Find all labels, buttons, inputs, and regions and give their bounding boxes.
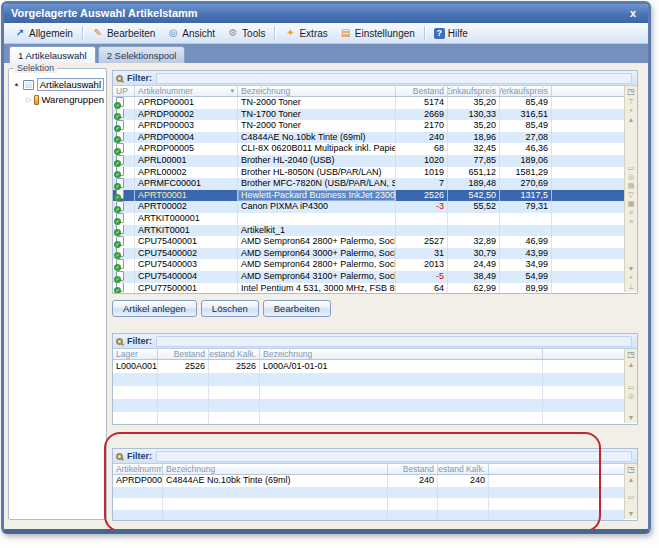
cell-bestand: 1020	[396, 155, 448, 167]
title-bar[interactable]: Vorgelagerte Auswahl Artikelstamm x	[4, 4, 648, 23]
nav-icon[interactable]: ▲	[628, 115, 635, 124]
column-chooser-icon[interactable]: ◳	[627, 87, 635, 97]
nav-icon[interactable]: ▦	[628, 199, 635, 208]
table-row[interactable]	[113, 386, 624, 399]
nav-icon[interactable]: ⊤	[628, 97, 634, 106]
loeschen-button[interactable]: Löschen	[201, 300, 259, 317]
nav-icon[interactable]: ◎	[628, 172, 634, 181]
menu-item-tools[interactable]: ⚙ Tools	[221, 25, 271, 41]
table-row[interactable]: APRDP00002TN-1700 Toner2669130,33316,51	[113, 109, 624, 121]
menu-item-ansicht[interactable]: ◎ Ansicht	[161, 25, 221, 41]
table-row[interactable]: CPU75400001AMD Sempron64 2800+ Palermo, …	[113, 236, 624, 248]
grid-side-scrollbar[interactable]: ◳ ⊤+▲▭◎▤▽▦≡≡▼+⊥	[624, 86, 637, 292]
menu-item-bearbeiten[interactable]: ✎ Bearbeiten	[86, 25, 161, 41]
nav-icon[interactable]: ▲	[628, 475, 635, 484]
column-header-bestand[interactable]: Bestand	[396, 86, 448, 96]
nav-icon[interactable]: ▭	[628, 163, 635, 172]
tree-item-warengruppen[interactable]: ▷ Warengruppen	[13, 92, 104, 107]
nav-icon[interactable]: ▼	[628, 413, 635, 422]
filter-magnifier-icon[interactable]	[116, 75, 123, 82]
nav-icon[interactable]: ▤	[628, 181, 635, 190]
grid-side-scrollbar[interactable]: ◳ ▲▭◎▼	[624, 349, 637, 423]
column-header-bez[interactable]: Bezeichnung	[238, 86, 396, 96]
column-chooser-icon[interactable]: ◳	[627, 350, 635, 360]
column-header-bestand[interactable]: Bestand	[388, 464, 438, 474]
table-row[interactable]: APRL00002Brother HL-8050N (USB/PAR/LAN)1…	[113, 167, 624, 179]
filter-label: Filter:	[127, 336, 152, 346]
nav-icon[interactable]: ▭	[628, 382, 635, 391]
expander-closed-icon[interactable]: ▷	[26, 96, 31, 104]
column-header-bez[interactable]: Bezeichnung	[260, 349, 543, 359]
table-row[interactable]: APRDP00005CLI-8X 0620B011 Multipack inkl…	[113, 143, 624, 155]
tree-item-artikelauswahl[interactable]: ▼ Artikelauswahl	[13, 77, 104, 92]
nav-icon[interactable]: ▭	[628, 492, 635, 501]
cell-vk: 1581,29	[500, 167, 552, 179]
filter-magnifier-icon[interactable]	[116, 453, 123, 460]
column-header-up[interactable]: UP	[113, 86, 135, 96]
tab-selektionspool[interactable]: 2 Selektionspool	[98, 46, 186, 63]
cell-artnr: CPU75400002	[135, 248, 238, 260]
table-row[interactable]: APRL00001Brother HL-2040 (USB)102077,851…	[113, 155, 624, 167]
table-row[interactable]: CPU75400003AMD Sempron64 2800+ Palermo, …	[113, 259, 624, 271]
tab-artikelauswahl[interactable]: 1 Artikelauswahl	[9, 46, 96, 63]
nav-icon[interactable]: ▲	[628, 360, 635, 369]
table-row[interactable]: APRT00002Canon PIXMA iP4300-355,5279,31	[113, 201, 624, 213]
column-header-lager[interactable]: Lager	[113, 349, 158, 359]
nav-icon[interactable]: ▽	[628, 190, 633, 199]
column-header-bez[interactable]: Bezeichnung	[163, 464, 388, 474]
column-header-bkalk[interactable]: Bestand Kalk.	[438, 464, 489, 474]
column-header-bestand[interactable]: Bestand	[158, 349, 209, 359]
column-chooser-icon[interactable]: ◳	[627, 465, 635, 475]
table-row[interactable]: CPU77500001Intel Pentium 4 531, 3000 MHz…	[113, 283, 624, 294]
table-row[interactable]: APRDP00003TN-2000 Toner217035,2085,49	[113, 120, 624, 132]
menu-item-allgemein[interactable]: ↗ Allgemein	[8, 25, 79, 41]
column-header-ek[interactable]: Einkaufspreis	[448, 86, 500, 96]
table-row[interactable]: APRDP00004C4844AE No.10bk Tinte (69ml)24…	[113, 132, 624, 144]
filter-magnifier-icon[interactable]	[116, 338, 123, 345]
nav-icon[interactable]: ⊥	[628, 282, 634, 291]
table-row[interactable]	[113, 399, 624, 412]
article-doc-check-icon	[116, 248, 124, 258]
table-row[interactable]: CPU75400004AMD Sempron64 3100+ Palermo, …	[113, 271, 624, 283]
table-row[interactable]	[113, 487, 624, 499]
menu-item-einstellungen[interactable]: ▤ Einstellungen	[334, 25, 421, 41]
table-row[interactable]	[113, 510, 624, 521]
filter-input[interactable]	[156, 336, 632, 347]
expander-open-icon[interactable]: ▼	[12, 80, 21, 89]
nav-icon[interactable]: ▼	[628, 264, 635, 273]
nav-icon[interactable]: ◎	[628, 391, 634, 400]
table-row[interactable]: ARTKIT000001	[113, 213, 624, 225]
filter-input[interactable]	[156, 73, 632, 84]
table-row[interactable]: CPU75400002AMD Sempron64 3000+ Palermo, …	[113, 248, 624, 260]
nav-icon[interactable]: +	[629, 106, 633, 115]
artikel-anlegen-button[interactable]: Artikel anlegen	[112, 300, 197, 317]
nav-icon[interactable]: +	[629, 273, 633, 282]
column-header-extra[interactable]	[543, 349, 624, 359]
nav-icon[interactable]: ≡	[629, 217, 633, 226]
menu-item-hilfe[interactable]: ? Hilfe	[428, 26, 474, 41]
column-header-extra[interactable]	[552, 86, 624, 96]
cell-bez: Intel Pentium 4 531, 3000 MHz, FSB 800 M…	[238, 283, 396, 294]
table-row[interactable]: APRT00001Hewlett-Packard Business InkJet…	[113, 190, 624, 202]
column-header-vk[interactable]: Verkaufspreis	[500, 86, 552, 96]
table-row[interactable]: ARTKIT0001Artikelkit_1	[113, 225, 624, 237]
column-header-bkalk[interactable]: Bestand Kalk.	[209, 349, 260, 359]
grid-side-scrollbar[interactable]: ◳ ▲▭▼	[624, 464, 637, 519]
close-icon[interactable]: x	[626, 4, 640, 22]
sort-arrow-icon: ▾	[230, 86, 234, 96]
table-row[interactable]	[113, 373, 624, 386]
column-header-extra[interactable]	[489, 464, 624, 474]
nav-icon[interactable]: ▼	[628, 509, 635, 518]
menu-item-extras[interactable]: ✦ Extras	[278, 25, 333, 41]
table-row[interactable]	[113, 412, 624, 424]
column-header-artnr[interactable]: Artikelnummer▾	[135, 86, 238, 96]
table-row[interactable]: APRDP00004C4844AE No.10bk Tinte (69ml)24…	[113, 475, 624, 487]
table-row[interactable]: APRMFC00001Brother MFC-7820N (USB/PAR/LA…	[113, 178, 624, 190]
table-row[interactable]: L000A00125262526L000A/01-01-01	[113, 360, 624, 373]
filter-input[interactable]	[156, 451, 632, 462]
table-row[interactable]: APRDP00001TN-2000 Toner517435,2085,49	[113, 97, 624, 109]
column-header-artnr[interactable]: Artikelnummer	[113, 464, 163, 474]
bearbeiten-button[interactable]: Bearbeiten	[263, 300, 331, 317]
nav-icon[interactable]: ≡	[629, 208, 633, 217]
table-row[interactable]	[113, 498, 624, 510]
